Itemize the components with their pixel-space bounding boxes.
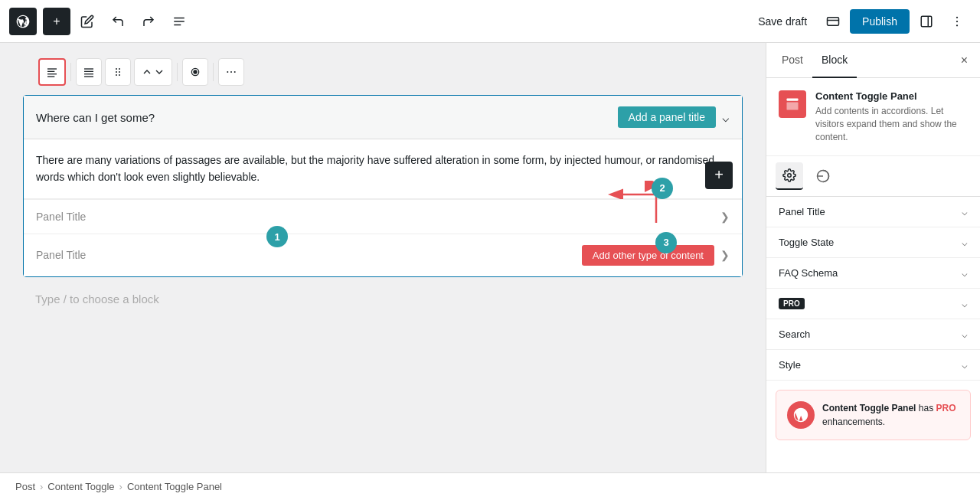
panel-title-display: Where can I get some?: [36, 111, 609, 124]
svg-rect-11: [47, 74, 57, 74]
preview-button[interactable]: [819, 8, 847, 35]
svg-point-28: [234, 71, 236, 73]
main-layout: 1 Where can I get some? Add a panel titl…: [0, 43, 980, 472]
svg-rect-15: [84, 74, 93, 74]
step-1-badge: 1: [266, 226, 288, 247]
svg-rect-12: [47, 76, 54, 77]
section-panel-title: Panel Title ⌵: [766, 197, 980, 227]
svg-point-19: [116, 71, 117, 73]
svg-rect-16: [84, 76, 93, 77]
toolbar-separator-3: [213, 63, 214, 81]
panel-item-2-title: Panel Title: [36, 249, 582, 261]
panel-body-text: There are many variations of passages ar…: [36, 154, 714, 183]
redo-button[interactable]: [135, 8, 162, 35]
step-2-badge: 2: [652, 178, 673, 199]
save-draft-button[interactable]: Save draft: [749, 11, 816, 32]
sub-tab-styles[interactable]: [809, 162, 837, 190]
panel-collapse-chevron[interactable]: ⌵: [722, 110, 730, 125]
align-left-button[interactable]: [38, 58, 66, 86]
pro-word: PRO: [936, 403, 956, 413]
svg-rect-32: [787, 99, 799, 101]
svg-point-27: [230, 71, 232, 73]
breadcrumb-current: Content Toggle Panel: [127, 481, 222, 492]
sidebar-block-info: Content Toggle Panel Add contents in acc…: [766, 78, 980, 156]
svg-rect-10: [47, 71, 54, 72]
svg-point-17: [116, 68, 117, 70]
right-sidebar: Post Block × Content Toggle Panel Add co…: [766, 43, 980, 472]
svg-point-21: [116, 74, 117, 76]
section-toggle-state-chevron: ⌵: [962, 237, 968, 248]
section-style-header[interactable]: Style ⌵: [766, 350, 980, 380]
sidebar-toggle-button[interactable]: [913, 8, 940, 35]
breadcrumb-content-toggle[interactable]: Content Toggle: [47, 481, 114, 492]
svg-point-34: [788, 174, 792, 178]
sub-tab-settings[interactable]: [776, 162, 803, 190]
sidebar-close-button[interactable]: ×: [955, 47, 974, 74]
drag-handle-button[interactable]: [105, 58, 131, 86]
document-overview-button[interactable]: [165, 8, 193, 35]
section-pro-chevron: ⌵: [962, 298, 968, 309]
panel-item-1: Panel Title ❯: [24, 199, 742, 234]
section-search: Search ⌵: [766, 319, 980, 350]
more-options-button[interactable]: [943, 8, 971, 35]
block-icon: [779, 90, 806, 118]
section-toggle-state-header[interactable]: Toggle State ⌵: [766, 227, 980, 257]
svg-point-7: [956, 20, 958, 21]
panel-item-1-chevron[interactable]: ❯: [720, 211, 730, 223]
type-placeholder-text: Type / to choose a block: [35, 292, 159, 306]
top-toolbar: + Save draft Publish: [0, 0, 980, 43]
editor-area: 1 Where can I get some? Add a panel titl…: [0, 43, 766, 472]
type-block-placeholder[interactable]: Type / to choose a block: [23, 283, 743, 315]
step-3-badge: 3: [655, 232, 677, 253]
panel-item-2: Panel Title Add other type of content ❯: [24, 234, 742, 276]
svg-point-25: [193, 70, 197, 74]
panel-item-1-title: Panel Title: [36, 211, 720, 223]
pro-banner: Content Toggle Panel has PRO enhancement…: [776, 390, 971, 440]
edit-mode-button[interactable]: [74, 8, 101, 35]
panel-header: Where can I get some? Add a panel title …: [24, 96, 742, 139]
add-block-inside-button[interactable]: +: [705, 162, 733, 189]
pro-banner-title: Content Toggle Panel: [822, 403, 916, 413]
tab-block[interactable]: Block: [812, 43, 857, 78]
section-panel-title-header[interactable]: Panel Title ⌵: [766, 197, 980, 227]
section-toggle-state: Toggle State ⌵: [766, 227, 980, 258]
section-pro-header[interactable]: PRO ⌵: [766, 289, 980, 319]
section-panel-title-chevron: ⌵: [962, 206, 968, 217]
svg-point-22: [119, 74, 120, 76]
section-search-chevron: ⌵: [962, 328, 968, 340]
svg-rect-3: [828, 17, 839, 25]
block-more-options-button[interactable]: [218, 58, 244, 86]
breadcrumb-post[interactable]: Post: [15, 481, 35, 492]
content-toggle-panel: Where can I get some? Add a panel title …: [23, 95, 743, 277]
svg-point-6: [956, 16, 958, 18]
panel-body: There are many variations of passages ar…: [24, 139, 742, 199]
tab-post[interactable]: Post: [773, 43, 812, 78]
svg-rect-33: [787, 103, 799, 110]
move-up-down-button[interactable]: [134, 58, 172, 86]
section-toggle-state-label: Toggle State: [779, 237, 834, 248]
align-button[interactable]: [76, 58, 102, 86]
section-faq-schema: FAQ Schema ⌵: [766, 258, 980, 289]
wp-logo: [9, 8, 37, 35]
add-block-toolbar-button[interactable]: +: [43, 8, 70, 35]
block-style-button[interactable]: [182, 58, 208, 86]
svg-point-18: [119, 68, 120, 70]
undo-button[interactable]: [104, 8, 132, 35]
svg-rect-4: [921, 16, 932, 27]
sidebar-sub-tabs: [766, 156, 980, 197]
block-info-title: Content Toggle Panel: [815, 90, 968, 102]
section-faq-schema-label: FAQ Schema: [779, 267, 838, 279]
panel-item-2-chevron[interactable]: ❯: [720, 249, 730, 261]
section-search-header[interactable]: Search ⌵: [766, 319, 980, 349]
svg-rect-14: [84, 71, 93, 72]
publish-button[interactable]: Publish: [850, 9, 910, 34]
pro-badge: PRO: [779, 298, 805, 309]
sidebar-tab-bar: Post Block ×: [766, 43, 980, 78]
section-panel-title-label: Panel Title: [779, 206, 825, 217]
svg-point-20: [119, 71, 120, 73]
svg-rect-13: [84, 68, 93, 69]
toolbar-separator: [70, 63, 71, 81]
add-panel-title-label: Add a panel title: [618, 106, 716, 128]
add-content-label: Add other type of content: [582, 245, 714, 266]
section-faq-schema-header[interactable]: FAQ Schema ⌵: [766, 258, 980, 288]
